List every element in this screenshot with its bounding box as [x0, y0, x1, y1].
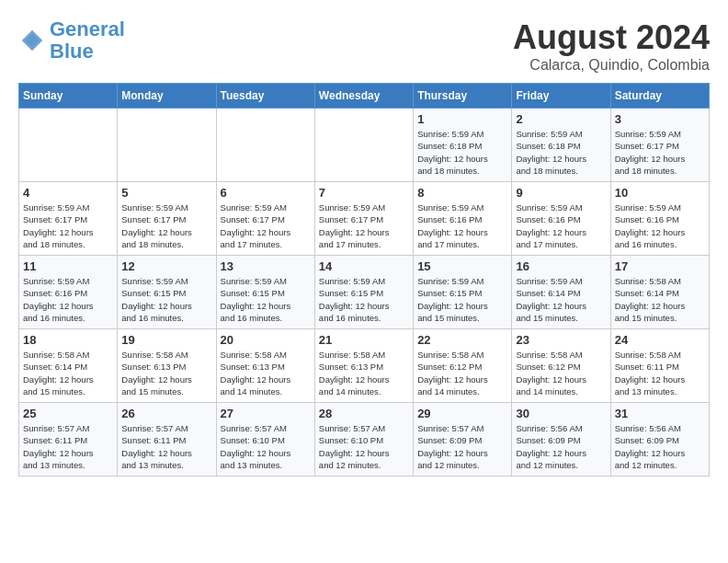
day-number: 14 — [319, 259, 409, 273]
calendar-cell: 7Sunrise: 5:59 AM Sunset: 6:17 PM Daylig… — [314, 182, 413, 256]
day-detail: Sunrise: 5:59 AM Sunset: 6:16 PM Dayligh… — [417, 201, 507, 250]
logo-icon — [18, 27, 46, 54]
calendar-cell: 15Sunrise: 5:59 AM Sunset: 6:15 PM Dayli… — [414, 256, 512, 329]
calendar-cell: 24Sunrise: 5:58 AM Sunset: 6:11 PM Dayli… — [610, 329, 709, 403]
day-number: 30 — [516, 407, 606, 420]
calendar-week-row: 11Sunrise: 5:59 AM Sunset: 6:16 PM Dayli… — [19, 256, 710, 329]
calendar-cell: 25Sunrise: 5:57 AM Sunset: 6:11 PM Dayli… — [19, 403, 118, 477]
calendar-week-row: 18Sunrise: 5:58 AM Sunset: 6:14 PM Dayli… — [19, 329, 710, 403]
calendar-cell: 30Sunrise: 5:56 AM Sunset: 6:09 PM Dayli… — [512, 403, 610, 477]
month-year: August 2024 — [513, 18, 710, 57]
calendar-cell: 14Sunrise: 5:59 AM Sunset: 6:15 PM Dayli… — [314, 256, 413, 329]
day-number: 26 — [121, 407, 211, 420]
day-number: 5 — [121, 186, 211, 200]
day-number: 20 — [221, 333, 311, 347]
calendar-cell: 9Sunrise: 5:59 AM Sunset: 6:16 PM Daylig… — [512, 182, 610, 256]
day-number: 3 — [615, 112, 705, 126]
weekday-header-tuesday: Tuesday — [216, 84, 314, 109]
calendar-cell: 5Sunrise: 5:59 AM Sunset: 6:17 PM Daylig… — [118, 182, 216, 256]
day-detail: Sunrise: 5:58 AM Sunset: 6:14 PM Dayligh… — [615, 275, 705, 324]
logo: General Blue — [18, 18, 125, 63]
day-number: 13 — [221, 259, 311, 273]
calendar-cell: 19Sunrise: 5:58 AM Sunset: 6:13 PM Dayli… — [118, 329, 216, 403]
day-number: 7 — [319, 186, 409, 200]
calendar-cell: 18Sunrise: 5:58 AM Sunset: 6:14 PM Dayli… — [19, 329, 118, 403]
calendar-cell — [216, 109, 314, 182]
day-number: 11 — [23, 259, 113, 273]
day-detail: Sunrise: 5:56 AM Sunset: 6:09 PM Dayligh… — [615, 422, 705, 471]
calendar-cell — [118, 109, 216, 182]
day-number: 24 — [615, 333, 705, 347]
calendar-cell: 26Sunrise: 5:57 AM Sunset: 6:11 PM Dayli… — [118, 403, 216, 477]
day-detail: Sunrise: 5:59 AM Sunset: 6:17 PM Dayligh… — [23, 201, 113, 250]
day-detail: Sunrise: 5:59 AM Sunset: 6:15 PM Dayligh… — [417, 275, 507, 324]
day-detail: Sunrise: 5:57 AM Sunset: 6:11 PM Dayligh… — [121, 422, 211, 471]
calendar-week-row: 1Sunrise: 5:59 AM Sunset: 6:18 PM Daylig… — [19, 109, 710, 182]
day-detail: Sunrise: 5:57 AM Sunset: 6:10 PM Dayligh… — [221, 422, 311, 471]
calendar-cell: 28Sunrise: 5:57 AM Sunset: 6:10 PM Dayli… — [314, 403, 413, 477]
calendar-cell — [19, 109, 118, 182]
day-detail: Sunrise: 5:57 AM Sunset: 6:09 PM Dayligh… — [417, 422, 507, 471]
day-number: 9 — [516, 186, 606, 200]
day-detail: Sunrise: 5:58 AM Sunset: 6:14 PM Dayligh… — [23, 349, 113, 397]
logo-general: General — [50, 17, 125, 40]
weekday-header-row: SundayMondayTuesdayWednesdayThursdayFrid… — [19, 84, 710, 109]
calendar-cell: 10Sunrise: 5:59 AM Sunset: 6:16 PM Dayli… — [610, 182, 709, 256]
day-number: 8 — [417, 186, 507, 200]
logo-blue: Blue — [50, 40, 94, 63]
day-detail: Sunrise: 5:59 AM Sunset: 6:17 PM Dayligh… — [319, 201, 409, 250]
day-number: 2 — [516, 112, 606, 126]
day-detail: Sunrise: 5:59 AM Sunset: 6:14 PM Dayligh… — [516, 275, 606, 324]
calendar-cell: 17Sunrise: 5:58 AM Sunset: 6:14 PM Dayli… — [610, 256, 709, 329]
day-number: 17 — [615, 259, 705, 273]
day-detail: Sunrise: 5:58 AM Sunset: 6:13 PM Dayligh… — [121, 349, 211, 397]
day-number: 16 — [516, 259, 606, 273]
calendar-cell: 8Sunrise: 5:59 AM Sunset: 6:16 PM Daylig… — [414, 182, 512, 256]
day-detail: Sunrise: 5:56 AM Sunset: 6:09 PM Dayligh… — [516, 422, 606, 471]
location: Calarca, Quindio, Colombia — [513, 57, 710, 74]
day-detail: Sunrise: 5:59 AM Sunset: 6:17 PM Dayligh… — [121, 201, 211, 250]
weekday-header-friday: Friday — [512, 84, 610, 109]
day-detail: Sunrise: 5:59 AM Sunset: 6:15 PM Dayligh… — [121, 275, 211, 324]
calendar-header: SundayMondayTuesdayWednesdayThursdayFrid… — [19, 84, 710, 109]
day-detail: Sunrise: 5:58 AM Sunset: 6:12 PM Dayligh… — [417, 349, 507, 397]
calendar-cell: 29Sunrise: 5:57 AM Sunset: 6:09 PM Dayli… — [414, 403, 512, 477]
day-detail: Sunrise: 5:59 AM Sunset: 6:16 PM Dayligh… — [23, 275, 113, 324]
day-detail: Sunrise: 5:59 AM Sunset: 6:17 PM Dayligh… — [615, 128, 705, 177]
day-detail: Sunrise: 5:59 AM Sunset: 6:16 PM Dayligh… — [615, 201, 705, 250]
title-block: August 2024 Calarca, Quindio, Colombia — [513, 18, 710, 74]
day-number: 28 — [319, 407, 409, 420]
weekday-header-wednesday: Wednesday — [314, 84, 413, 109]
day-detail: Sunrise: 5:57 AM Sunset: 6:11 PM Dayligh… — [23, 422, 113, 471]
day-number: 21 — [319, 333, 409, 347]
page-header: General Blue August 2024 Calarca, Quindi… — [18, 18, 710, 74]
day-number: 12 — [121, 259, 211, 273]
day-number: 29 — [417, 407, 507, 420]
day-number: 6 — [221, 186, 311, 200]
calendar-cell: 4Sunrise: 5:59 AM Sunset: 6:17 PM Daylig… — [19, 182, 118, 256]
weekday-header-sunday: Sunday — [19, 84, 118, 109]
calendar-table: SundayMondayTuesdayWednesdayThursdayFrid… — [18, 83, 710, 477]
day-number: 22 — [417, 333, 507, 347]
day-detail: Sunrise: 5:58 AM Sunset: 6:12 PM Dayligh… — [516, 349, 606, 397]
weekday-header-saturday: Saturday — [610, 84, 709, 109]
weekday-header-monday: Monday — [118, 84, 216, 109]
day-number: 19 — [121, 333, 211, 347]
day-number: 31 — [615, 407, 705, 420]
day-detail: Sunrise: 5:57 AM Sunset: 6:10 PM Dayligh… — [319, 422, 409, 471]
day-detail: Sunrise: 5:59 AM Sunset: 6:17 PM Dayligh… — [221, 201, 311, 250]
day-number: 10 — [615, 186, 705, 200]
day-number: 23 — [516, 333, 606, 347]
calendar-cell: 1Sunrise: 5:59 AM Sunset: 6:18 PM Daylig… — [414, 109, 512, 182]
calendar-cell: 31Sunrise: 5:56 AM Sunset: 6:09 PM Dayli… — [610, 403, 709, 477]
day-detail: Sunrise: 5:59 AM Sunset: 6:15 PM Dayligh… — [221, 275, 311, 324]
day-number: 18 — [23, 333, 113, 347]
calendar-cell: 12Sunrise: 5:59 AM Sunset: 6:15 PM Dayli… — [118, 256, 216, 329]
day-number: 27 — [221, 407, 311, 420]
calendar-cell: 22Sunrise: 5:58 AM Sunset: 6:12 PM Dayli… — [414, 329, 512, 403]
calendar-cell: 13Sunrise: 5:59 AM Sunset: 6:15 PM Dayli… — [216, 256, 314, 329]
day-detail: Sunrise: 5:58 AM Sunset: 6:11 PM Dayligh… — [615, 349, 705, 397]
calendar-body: 1Sunrise: 5:59 AM Sunset: 6:18 PM Daylig… — [19, 109, 710, 477]
day-detail: Sunrise: 5:59 AM Sunset: 6:18 PM Dayligh… — [516, 128, 606, 177]
day-number: 25 — [23, 407, 113, 420]
